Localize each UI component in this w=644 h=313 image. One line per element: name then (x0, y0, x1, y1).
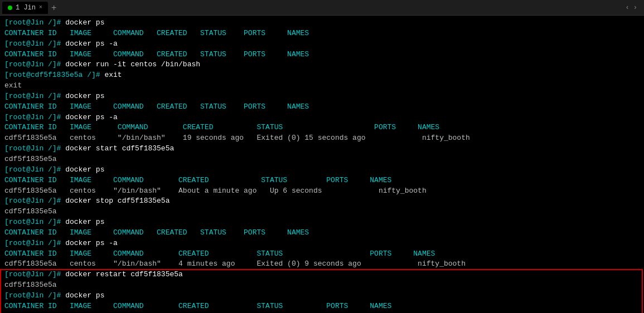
terminal-line: cdf5f1835e5a (4, 280, 640, 291)
terminal-line: [root@cdf5f1835e5a /]# exit (4, 70, 640, 81)
terminal-line: CONTAINER ID IMAGE COMMAND CREATED STATU… (4, 123, 640, 133)
terminal-line: [root@Jin /]# docker ps (4, 18, 640, 28)
terminal-line: [root@Jin /]# docker stop cdf5f1835e5a (4, 196, 640, 207)
terminal-line: [root@Jin /]# docker run -it centos /bin… (4, 60, 640, 70)
terminal-area[interactable]: [root@Jin /]# docker psCONTAINER ID IMAG… (0, 16, 644, 313)
terminal-line: cdf5f1835e5a centos "/bin/bash" 19 secon… (4, 133, 640, 144)
terminal-line: [root@Jin /]# docker ps (4, 291, 640, 301)
terminal-line: CONTAINER ID IMAGE COMMAND CREATED STATU… (4, 102, 640, 113)
terminal-line: exit (4, 81, 640, 91)
tab-label: 1 Jin (16, 4, 36, 12)
terminal-line: [root@Jin /]# docker ps (4, 217, 640, 228)
terminal-line: [root@Jin /]# docker restart cdf5f1835e5… (4, 270, 640, 280)
terminal-line: [root@Jin /]# docker ps (4, 91, 640, 102)
tab-status-dot (8, 6, 12, 10)
terminal-line: [root@Jin /]# docker ps -a (4, 39, 640, 50)
terminal-line: cdf5f1835e5a centos "/bin/bash" 4 minute… (4, 259, 640, 270)
terminal-line: CONTAINER ID IMAGE COMMAND CREATED STATU… (4, 249, 640, 260)
terminal-line: CONTAINER ID IMAGE COMMAND CREATED STATU… (4, 175, 640, 186)
terminal-line: [root@Jin /]# docker ps (4, 165, 640, 175)
nav-arrows: ‹ › (625, 4, 642, 12)
tab-1-jin[interactable]: 1 Jin × (2, 2, 48, 14)
terminal-line: cdf5f1835e5a (4, 207, 640, 217)
terminal-line: [root@Jin /]# docker ps -a (4, 238, 640, 249)
terminal-line: CONTAINER ID IMAGE COMMAND CREATED STATU… (4, 301, 640, 312)
terminal-line: CONTAINER ID IMAGE COMMAND CREATED STATU… (4, 228, 640, 238)
tab-close-button[interactable]: × (39, 4, 42, 11)
terminal-line: [root@Jin /]# docker ps -a (4, 113, 640, 123)
terminal-line: CONTAINER ID IMAGE COMMAND CREATED STATU… (4, 28, 640, 39)
terminal-line: cdf5f1835e5a (4, 154, 640, 165)
terminal-line: CONTAINER ID IMAGE COMMAND CREATED STATU… (4, 50, 640, 60)
terminal-line: cdf5f1835e5a centos "/bin/bash" About a … (4, 186, 640, 197)
new-tab-button[interactable]: + (48, 3, 60, 13)
terminal-line: [root@Jin /]# docker start cdf5f1835e5a (4, 144, 640, 154)
tab-bar: 1 Jin × + ‹ › (0, 0, 644, 16)
